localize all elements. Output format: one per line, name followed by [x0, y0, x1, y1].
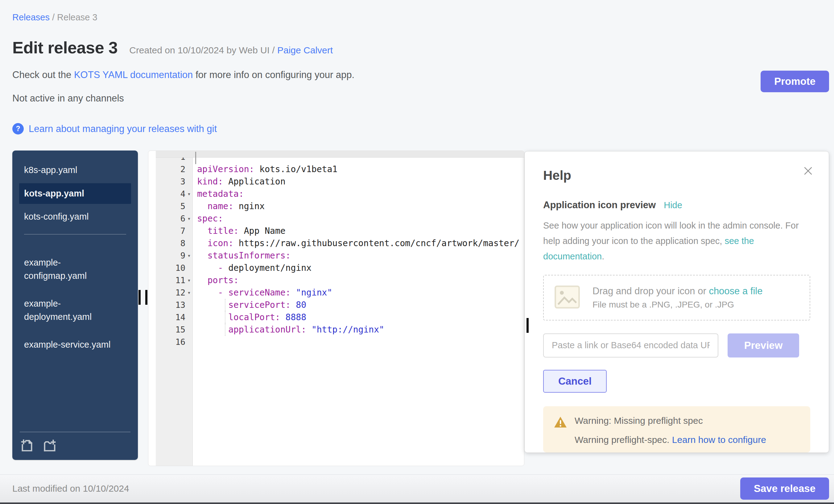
- breadcrumb-current: Release 3: [57, 12, 97, 22]
- code-line-16[interactable]: 16: [156, 336, 524, 348]
- code-text: spec:: [197, 214, 223, 224]
- sidebar-file-k8s-app.yaml[interactable]: k8s-app.yaml: [19, 160, 121, 181]
- code-text: apiVersion: kots.io/v1beta1: [197, 164, 337, 174]
- code-text: - deployment/nginx: [197, 263, 311, 273]
- code-line-4[interactable]: 4▾metadata:: [156, 188, 524, 200]
- dropzone-line2: File must be a .PNG, .JPEG, or .JPG: [592, 300, 763, 310]
- fold-arrow-icon[interactable]: ▾: [185, 287, 193, 299]
- indent-guide: [225, 299, 225, 311]
- code-line-15[interactable]: 15 applicationUrl: "http://nginx": [156, 324, 524, 336]
- choose-file-link[interactable]: choose a file: [709, 286, 763, 297]
- fold-arrow-icon[interactable]: ▾: [185, 213, 193, 225]
- help-panel: Help Application icon preview Hide See h…: [524, 151, 829, 453]
- created-by-link[interactable]: Paige Calvert: [277, 45, 333, 55]
- hide-link[interactable]: Hide: [664, 200, 682, 210]
- line-number: 2: [156, 163, 185, 176]
- docs-line: Check out the KOTS YAML documentation fo…: [12, 69, 354, 81]
- sidebar-file-example-service.yaml[interactable]: example-service.yaml: [19, 334, 121, 355]
- learn-how-to-configure-link[interactable]: Learn how to configure: [672, 435, 766, 445]
- code-text: ports:: [197, 275, 239, 285]
- cancel-button[interactable]: Cancel: [543, 370, 607, 393]
- created-meta: Created on 10/10/2024 by Web UI / Paige …: [129, 45, 333, 56]
- learn-git-link[interactable]: Learn about managing your releases with …: [29, 124, 217, 134]
- code-text: kind: Application: [197, 176, 286, 187]
- yaml-editor[interactable]: 1---2apiVersion: kots.io/v1beta13kind: A…: [148, 151, 524, 466]
- indent-guide: [225, 324, 225, 336]
- dropzone-text: Drag and drop your icon or: [592, 286, 709, 297]
- indent-guide: [225, 311, 225, 324]
- warning-line1: Warning: Missing preflight spec: [575, 415, 766, 426]
- breadcrumb: Releases / Release 3: [12, 12, 829, 23]
- code-line-2[interactable]: 2apiVersion: kots.io/v1beta1: [156, 163, 524, 176]
- icon-preview-description: See how your application icon will look …: [543, 218, 810, 264]
- created-text: Created on 10/10/2024 by Web UI /: [129, 45, 277, 55]
- preflight-warning: Warning: Missing preflight spec Warning …: [543, 406, 810, 453]
- page-title: Edit release 3: [12, 38, 117, 57]
- line-number: 16: [156, 336, 185, 348]
- sidebar-file-example-configmap.yaml[interactable]: example-configmap.yaml: [19, 252, 121, 287]
- icon-dropzone[interactable]: Drag and drop your icon or choose a file…: [543, 275, 810, 321]
- sidebar-file-kots-config.yaml[interactable]: kots-config.yaml: [19, 206, 121, 227]
- promote-button[interactable]: Promote: [761, 71, 829, 92]
- fold-arrow-icon[interactable]: ▾: [185, 188, 193, 200]
- code-text: - serviceName: "nginx": [197, 287, 332, 298]
- editor-top-strip: [156, 151, 524, 158]
- last-modified-text: Last modified on 10/10/2024: [12, 483, 129, 494]
- save-release-button[interactable]: Save release: [740, 478, 829, 500]
- add-folder-icon[interactable]: [43, 438, 57, 454]
- code-line-6[interactable]: 6▾spec:: [156, 213, 524, 225]
- line-number: 15: [156, 324, 185, 336]
- page-header: Edit release 3 Created on 10/10/2024 by …: [12, 38, 829, 57]
- code-text: name: nginx: [197, 201, 265, 211]
- code-line-8[interactable]: 8 icon: https://raw.githubusercontent.co…: [156, 237, 524, 249]
- icon-url-row: Preview: [543, 333, 810, 357]
- sidebar-file-kots-app.yaml[interactable]: kots-app.yaml: [19, 183, 131, 204]
- line-number: 13: [156, 299, 185, 311]
- sidebar-footer: [20, 432, 130, 454]
- code-text: title: App Name: [197, 226, 286, 236]
- icon-url-input[interactable]: [543, 333, 718, 357]
- code-line-12[interactable]: 12▾ - serviceName: "nginx": [156, 287, 524, 299]
- file-list-divider: [24, 234, 126, 235]
- warning-line2: Warning preflight-spec. Learn how to con…: [575, 435, 766, 445]
- kots-file-list: k8s-app.yamlkots-app.yamlkots-config.yam…: [12, 151, 138, 227]
- line-number: 3: [156, 176, 185, 188]
- code-line-7[interactable]: 7 title: App Name: [156, 225, 524, 237]
- line-number: 7: [156, 225, 185, 237]
- description-text: See how your application icon will look …: [543, 221, 799, 246]
- close-icon[interactable]: [802, 165, 814, 178]
- resize-grip: [526, 318, 529, 333]
- code-line-14[interactable]: 14 localPort: 8888: [156, 311, 524, 324]
- file-sidebar: k8s-app.yamlkots-app.yamlkots-config.yam…: [12, 151, 138, 460]
- line-number: 12: [156, 287, 185, 299]
- question-circle-icon: ?: [12, 123, 24, 134]
- sidebar-resize-handle[interactable]: [138, 290, 148, 305]
- line-number: 5: [156, 200, 185, 213]
- fold-arrow-icon[interactable]: ▾: [185, 274, 193, 287]
- fold-arrow-icon[interactable]: ▾: [185, 249, 193, 262]
- breadcrumb-releases-link[interactable]: Releases: [12, 12, 50, 22]
- code-line-11[interactable]: 11▾ ports:: [156, 274, 524, 287]
- code-line-3[interactable]: 3kind: Application: [156, 176, 524, 188]
- image-placeholder-icon: [554, 283, 581, 312]
- docs-line-before: Check out the: [12, 69, 74, 80]
- help-title: Help: [543, 168, 810, 183]
- sidebar-file-example-deployment.yaml[interactable]: example-deployment.yaml: [19, 293, 121, 328]
- code-line-5[interactable]: 5 name: nginx: [156, 200, 524, 213]
- code-line-10[interactable]: 10 - deployment/nginx: [156, 262, 524, 274]
- editor-code-lines: 1---2apiVersion: kots.io/v1beta13kind: A…: [148, 151, 524, 348]
- code-text: statusInformers:: [197, 250, 290, 261]
- code-line-13[interactable]: 13 servicePort: 80: [156, 299, 524, 311]
- preview-button[interactable]: Preview: [728, 333, 799, 357]
- code-line-9[interactable]: 9▾ statusInformers:: [156, 249, 524, 262]
- info-row: Check out the KOTS YAML documentation fo…: [12, 69, 829, 104]
- line-number: 14: [156, 311, 185, 324]
- help-panel-resize-handle[interactable]: [524, 318, 529, 333]
- icon-preview-section-head: Application icon preview Hide: [543, 200, 810, 211]
- line-number: 4: [156, 188, 185, 200]
- line-number: 11: [156, 274, 185, 287]
- learn-git-row: ? Learn about managing your releases wit…: [12, 123, 829, 134]
- code-text: icon: https://raw.githubusercontent.com/…: [197, 238, 520, 248]
- add-file-icon[interactable]: [20, 438, 34, 454]
- kots-yaml-docs-link[interactable]: KOTS YAML documentation: [74, 69, 193, 80]
